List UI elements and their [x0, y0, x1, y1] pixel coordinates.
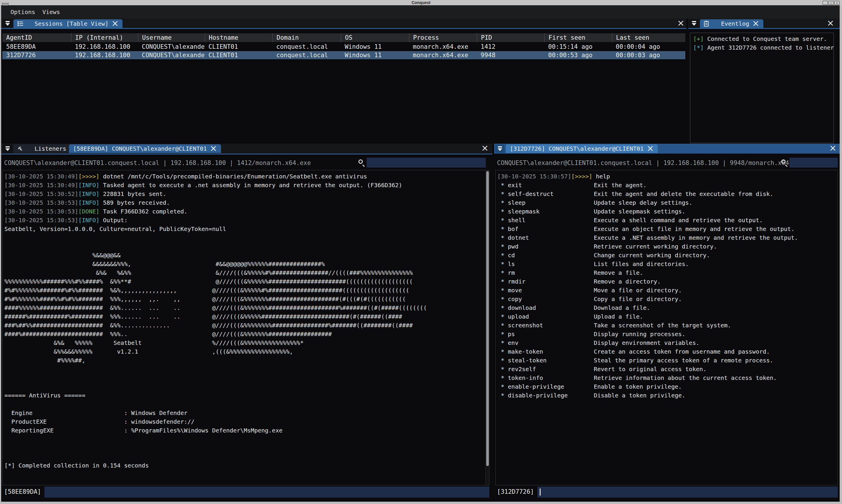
- console-text: ###%##%%#################### &%%........…: [4, 322, 413, 329]
- collapse-icon: [5, 21, 10, 22]
- console-text: [*] Completed collection in 0.154 second…: [4, 462, 149, 469]
- right-console-command-input[interactable]: [537, 486, 838, 498]
- command-name: * ls: [501, 259, 594, 268]
- timestamp: [30-10-2025 15:30:53]: [4, 208, 78, 215]
- help-command-row: * shellExecute a shell command and retri…: [497, 216, 838, 224]
- maximize-button[interactable]: □: [828, 1, 834, 5]
- close-window-button[interactable]: x: [835, 1, 839, 5]
- console-line: [30-10-2025 15:30:53][INFO] 589 bytes re…: [4, 198, 489, 207]
- command-name: * exit: [501, 181, 594, 190]
- column-header[interactable]: PID: [477, 33, 544, 42]
- close-icon[interactable]: ×: [210, 145, 217, 152]
- help-command-row: * lsList files and directories.: [497, 259, 838, 268]
- command-name: * self-destruct: [501, 190, 594, 198]
- table-cell: 00:15:14 ago: [544, 43, 612, 51]
- console-line: ####%%%%%%################## &%%...... .…: [4, 303, 489, 312]
- left-console-search-input[interactable]: [367, 158, 486, 168]
- column-header[interactable]: Process: [409, 33, 477, 42]
- console-line: [*] Completed collection in 0.154 second…: [4, 461, 489, 470]
- table-cell: conquest.local: [273, 51, 341, 59]
- left-console-panel-close-icon[interactable]: ×: [481, 145, 488, 152]
- right-console-collapse-button[interactable]: [495, 145, 504, 153]
- log-text: Agent 312D7726 connected to listener: [704, 44, 834, 51]
- tab-session-312D7726[interactable]: [312D7726] CONQUEST\alexander@CLIENT01 ×: [506, 144, 658, 153]
- eventlog-collapse-button[interactable]: [689, 19, 699, 28]
- table-cell: CLIENT01: [205, 51, 273, 59]
- tab-session-label: [312D7726] CONQUEST\alexander@CLIENT01: [510, 145, 644, 152]
- console-text: Seatbelt, Version=1.0.0.0, Culture=neutr…: [4, 226, 226, 232]
- column-header[interactable]: OS: [341, 33, 409, 42]
- console-text: Output:: [99, 217, 127, 224]
- console-text: &%& %&%% &////(((&%%%%%#%###############…: [4, 269, 413, 276]
- command-name: * sleep: [501, 198, 594, 207]
- console-text: Engine : Windows Defender: [4, 409, 187, 416]
- console-line: [30-10-2025 15:30:53][DONE] Task F366D36…: [4, 207, 489, 216]
- window-border-right: [840, 5, 842, 504]
- command-description: Revert to original access token.: [594, 365, 706, 373]
- help-command-row: * envDisplay environment variables.: [497, 338, 838, 347]
- column-header[interactable]: Domain: [273, 33, 341, 42]
- command-name: * ps: [501, 330, 594, 338]
- command-description: Exit the agent and delete the executable…: [594, 191, 773, 197]
- minimize-button[interactable]: -: [823, 1, 828, 5]
- command-name: * cd: [501, 251, 594, 259]
- eventlog-strip-underline: [688, 28, 840, 29]
- command-description: Display running processes.: [594, 330, 685, 338]
- table-row[interactable]: 58EE89DA192.168.168.100CONQUEST\alexande…: [2, 43, 685, 51]
- timestamp: [30-10-2025 15:30:52]: [4, 191, 78, 197]
- table-cell: conquest.local: [273, 43, 341, 51]
- console-text: help: [592, 173, 610, 180]
- table-row[interactable]: 312D7726192.168.168.100CONQUEST\alexande…: [2, 51, 685, 59]
- log-tag: [INFO]: [78, 182, 99, 188]
- console-line: [4, 374, 489, 382]
- command-name: * copy: [501, 295, 594, 303]
- sessions-collapse-button[interactable]: [3, 19, 12, 28]
- console-text: ####%%%%%%################## &%%...... .…: [4, 304, 427, 311]
- left-console-status: CONQUEST\alexander@CLIENT01.conquest.loc…: [4, 159, 311, 166]
- sessions-panel-close-icon[interactable]: ×: [677, 20, 684, 27]
- help-command-row: * steal-tokenSteal the primary access to…: [497, 356, 838, 365]
- table-cell: 00:00:53 ago: [544, 51, 612, 59]
- command-description: Enable a token privilege.: [594, 383, 682, 390]
- console-line: ====== AntiVirus ======: [4, 391, 489, 400]
- command-name: * enable-privilege: [501, 382, 594, 391]
- window-titlebar[interactable]: Conquest: [0, 0, 842, 5]
- right-console-search-input[interactable]: [789, 158, 838, 168]
- help-command-row: * screenshotTake a screenshot of the tar…: [497, 321, 838, 330]
- console-text: &%%&&&%%%%% v1.2.1 ,(((&%%%%%%%%%%%%%%%%…: [4, 348, 293, 355]
- scrollbar-thumb[interactable]: [486, 171, 489, 466]
- console-text: Tasked agent to execute a .net assembly …: [99, 182, 402, 188]
- console-line: [4, 400, 489, 409]
- column-header[interactable]: Hostname: [205, 33, 273, 42]
- console-text: Task F366D362 completed.: [99, 208, 187, 215]
- left-console-command-input[interactable]: [45, 486, 489, 498]
- close-icon[interactable]: ×: [752, 20, 759, 27]
- help-command-row: * sleepUpdate sleep delay settings.: [497, 198, 838, 207]
- column-header[interactable]: Username: [138, 33, 205, 42]
- column-header[interactable]: AgentID: [2, 33, 71, 42]
- left-console-strip-underline: [1, 154, 492, 155]
- close-icon[interactable]: ×: [647, 145, 654, 152]
- column-header[interactable]: Last seen: [612, 33, 685, 42]
- command-description: Steal the primary access token of a remo…: [594, 357, 773, 364]
- right-console-panel-close-icon[interactable]: ×: [829, 145, 836, 152]
- tab-sessions-label: Sessions [Table View]: [34, 20, 108, 27]
- menu-views[interactable]: Views: [42, 8, 60, 16]
- log-text: Connected to Conquest team server.: [704, 35, 827, 42]
- left-console-collapse-button[interactable]: [3, 145, 12, 153]
- close-icon[interactable]: ×: [111, 20, 118, 27]
- eventlog-output: [+] Connected to Conquest team server.[*…: [690, 33, 834, 143]
- eventlog-panel-close-icon[interactable]: ×: [827, 20, 834, 27]
- column-header[interactable]: IP (Internal): [71, 33, 138, 42]
- chevron-down-icon: [692, 23, 697, 26]
- tab-listeners[interactable]: Listeners: [14, 144, 70, 153]
- tab-eventlog[interactable]: Eventlog ×: [700, 19, 763, 28]
- left-console-scrollbar[interactable]: [485, 170, 489, 485]
- help-command-row: * sleepmaskUpdate sleepmask settings.: [497, 207, 838, 216]
- help-command-row: * copyCopy a file or directory.: [497, 295, 838, 303]
- column-header[interactable]: First seen: [544, 33, 612, 42]
- console-text: #%#%%%%%%%####%%#%#%%####### %%%,,,,,, ,…: [4, 295, 406, 303]
- tab-sessions[interactable]: Sessions [Table View] ×: [14, 19, 122, 28]
- tab-session-58EE89DA[interactable]: [58EE89DA] CONQUEST\alexander@CLIENT01 ×: [69, 144, 221, 153]
- log-tag: [*]: [693, 44, 704, 51]
